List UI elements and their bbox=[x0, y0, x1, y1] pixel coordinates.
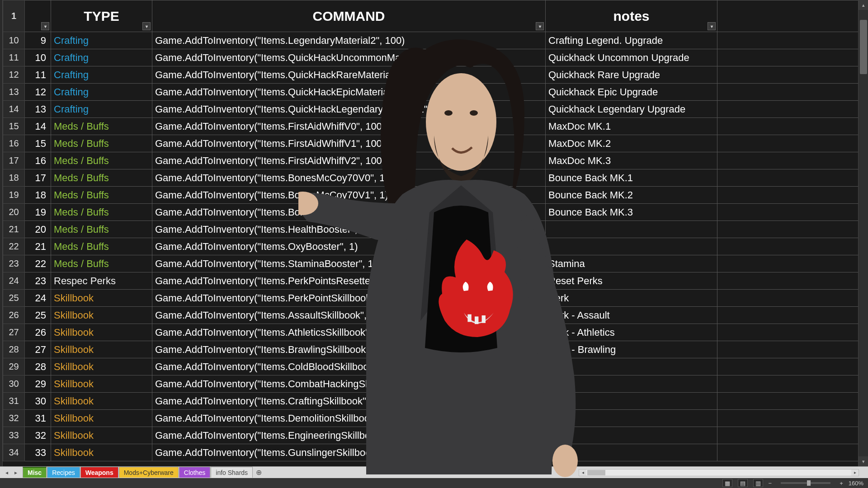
cell-notes[interactable]: Perk bbox=[546, 393, 717, 410]
row-header[interactable]: 21 bbox=[3, 221, 25, 238]
cell-type[interactable]: Meds / Buffs bbox=[51, 135, 152, 152]
zoom-slider[interactable] bbox=[781, 482, 830, 484]
cell-command[interactable]: Game.AddToInventory("Items.FirstAidWhiff… bbox=[152, 118, 546, 135]
cell-type[interactable]: Skillbook bbox=[51, 307, 152, 324]
cell-type[interactable]: Skillbook bbox=[51, 410, 152, 427]
cell-index[interactable]: 10 bbox=[25, 49, 51, 66]
cell-index[interactable]: 26 bbox=[25, 324, 51, 341]
cell-type[interactable]: Meds / Buffs bbox=[51, 204, 152, 221]
scroll-thumb[interactable] bbox=[860, 20, 867, 74]
cell-command[interactable]: Game.AddToInventory("Items.OxyBooster", … bbox=[152, 238, 546, 255]
cell-type[interactable]: Meds / Buffs bbox=[51, 152, 152, 169]
cell-extra[interactable] bbox=[717, 307, 868, 324]
row-header[interactable]: 15 bbox=[3, 118, 25, 135]
cell-index[interactable]: 29 bbox=[25, 375, 51, 393]
filter-icon[interactable]: ▾ bbox=[142, 22, 151, 30]
row-header[interactable]: 11 bbox=[3, 49, 25, 66]
cell-extra[interactable] bbox=[717, 84, 868, 101]
cell-notes[interactable] bbox=[546, 221, 717, 238]
row-header[interactable]: 32 bbox=[3, 410, 25, 427]
cell-command[interactable]: Game.AddToInventory("Items.ColdBloodSkil… bbox=[152, 358, 546, 375]
filter-icon[interactable]: ▾ bbox=[708, 22, 716, 30]
cell-index[interactable]: 25 bbox=[25, 307, 51, 324]
cell-type[interactable]: Crafting bbox=[51, 66, 152, 84]
tab-weapons[interactable]: Weapons bbox=[80, 467, 118, 478]
cell-type[interactable]: Crafting bbox=[51, 32, 152, 49]
scroll-down-icon[interactable]: ▾ bbox=[859, 456, 868, 466]
row-header[interactable]: 22 bbox=[3, 238, 25, 255]
cell-command[interactable]: Game.AddToInventory("Items.QuickHackUnco… bbox=[152, 49, 546, 66]
cell-index[interactable]: 18 bbox=[25, 187, 51, 204]
tab-mods[interactable]: Mods+Cyberware bbox=[119, 467, 179, 478]
cell-extra[interactable] bbox=[717, 272, 868, 290]
cell-extra[interactable] bbox=[717, 32, 868, 49]
row-header[interactable]: 17 bbox=[3, 152, 25, 169]
cell-index[interactable]: 33 bbox=[25, 444, 51, 461]
cell-type[interactable]: Skillbook bbox=[51, 358, 152, 375]
cell-extra[interactable] bbox=[717, 66, 868, 84]
zoom-out-icon[interactable]: − bbox=[769, 480, 772, 487]
cell-extra[interactable] bbox=[717, 341, 868, 358]
cell-command[interactable]: Game.AddToInventory("Items.BonesMcCoy70V… bbox=[152, 204, 546, 221]
hscroll-right-icon[interactable]: ▸ bbox=[851, 469, 859, 476]
cell-type[interactable]: Skillbook bbox=[51, 427, 152, 444]
row-header[interactable]: 12 bbox=[3, 66, 25, 84]
row-header[interactable]: 31 bbox=[3, 393, 25, 410]
cell-type[interactable]: Skillbook bbox=[51, 393, 152, 410]
cell-notes[interactable]: Perk - Athletics bbox=[546, 324, 717, 341]
cell-type[interactable]: Crafting bbox=[51, 101, 152, 118]
row-header[interactable]: 24 bbox=[3, 272, 25, 290]
cell-type[interactable]: Skillbook bbox=[51, 444, 152, 461]
row-header[interactable]: 18 bbox=[3, 169, 25, 187]
cell-notes[interactable]: MaxDoc MK.3 bbox=[546, 152, 717, 169]
col-header-notes[interactable]: notes ▾ bbox=[546, 0, 717, 32]
cell-command[interactable]: Game.AddToInventory("Items.QuickHackLege… bbox=[152, 101, 546, 118]
cell-extra[interactable] bbox=[717, 255, 868, 272]
row-header-1[interactable]: 1 bbox=[3, 0, 25, 32]
tab-nav-next-icon[interactable]: ▸ bbox=[12, 469, 20, 477]
scroll-up-icon[interactable]: ▴ bbox=[859, 0, 868, 10]
cell-type[interactable]: Crafting bbox=[51, 84, 152, 101]
cell-extra[interactable] bbox=[717, 444, 868, 461]
cell-notes[interactable]: Quickhack Rare Upgrade bbox=[546, 66, 717, 84]
row-header[interactable]: 34 bbox=[3, 444, 25, 461]
cell-type[interactable]: Respec Perks bbox=[51, 272, 152, 290]
cell-command[interactable]: Game.AddToInventory("Items.BrawlingSkill… bbox=[152, 341, 546, 358]
col-header-command[interactable]: COMMAND ▾ bbox=[152, 0, 546, 32]
cell-extra[interactable] bbox=[717, 204, 868, 221]
row-header[interactable]: 20 bbox=[3, 204, 25, 221]
add-sheet-icon[interactable]: ⊕ bbox=[253, 467, 264, 478]
cell-extra[interactable] bbox=[717, 49, 868, 66]
col-header-type[interactable]: TYPE ▾ bbox=[51, 0, 152, 32]
tab-clothes[interactable]: Clothes bbox=[179, 467, 210, 478]
cell-notes[interactable]: Perk bbox=[546, 290, 717, 307]
row-header[interactable]: 26 bbox=[3, 307, 25, 324]
cell-command[interactable]: Game.AddToInventory("Items.HealthBooster… bbox=[152, 221, 546, 238]
cell-command[interactable]: Game.AddToInventory("Items.FirstAidWhiff… bbox=[152, 152, 546, 169]
cell-command[interactable]: Game.AddToInventory("Items.PerkPointsRes… bbox=[152, 272, 546, 290]
zoom-slider-thumb[interactable] bbox=[807, 480, 811, 486]
cell-notes[interactable]: Quickhack Uncommon Upgrade bbox=[546, 49, 717, 66]
cell-command[interactable]: Game.AddToInventory("Items.DemolitionSki… bbox=[152, 410, 546, 427]
cell-notes[interactable]: Perk - Brawling bbox=[546, 341, 717, 358]
cell-command[interactable]: Game.AddToInventory("Items.LegendaryMate… bbox=[152, 32, 546, 49]
row-header[interactable]: 19 bbox=[3, 187, 25, 204]
cell-notes[interactable]: Quickhack Legendary Upgrade bbox=[546, 101, 717, 118]
cell-index[interactable]: 32 bbox=[25, 427, 51, 444]
col-header-index[interactable]: ▾ bbox=[25, 0, 51, 32]
cell-index[interactable]: 14 bbox=[25, 118, 51, 135]
view-page-break-icon[interactable]: ▥ bbox=[753, 479, 763, 487]
cell-index[interactable]: 31 bbox=[25, 410, 51, 427]
cell-index[interactable]: 15 bbox=[25, 135, 51, 152]
cell-command[interactable]: Game.AddToInventory("Items.FirstAidWhiff… bbox=[152, 135, 546, 152]
cell-index[interactable]: 22 bbox=[25, 255, 51, 272]
cell-extra[interactable] bbox=[717, 152, 868, 169]
cell-type[interactable]: Meds / Buffs bbox=[51, 238, 152, 255]
row-header[interactable]: 30 bbox=[3, 375, 25, 393]
cell-index[interactable]: 20 bbox=[25, 221, 51, 238]
cell-notes[interactable]: Quickhack Epic Upgrade bbox=[546, 84, 717, 101]
row-header[interactable]: 33 bbox=[3, 427, 25, 444]
cell-notes[interactable]: Stamina bbox=[546, 255, 717, 272]
tab-nav-first-icon[interactable]: ◂ bbox=[3, 469, 11, 477]
cell-extra[interactable] bbox=[717, 290, 868, 307]
